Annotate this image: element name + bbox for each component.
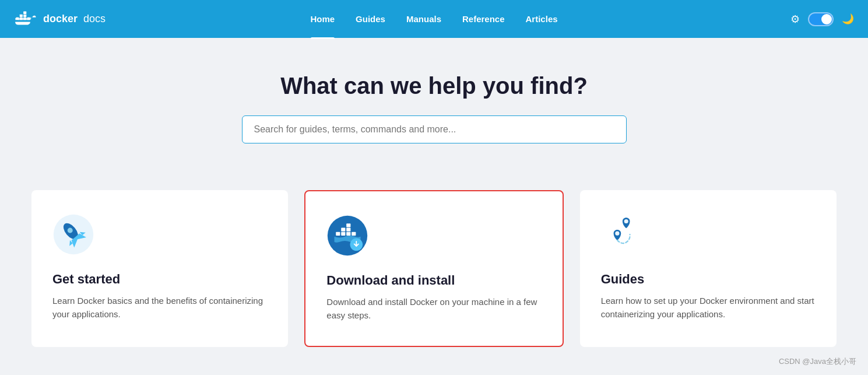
svg-point-19 [624, 219, 628, 223]
svg-rect-6 [23, 11, 26, 13]
download-install-icon [326, 215, 368, 257]
svg-rect-16 [347, 228, 351, 232]
docker-whale-icon [14, 10, 37, 29]
card-get-started[interactable]: Get started Learn Docker basics and the … [31, 190, 288, 347]
watermark: CSDN @Java全栈小哥 [779, 356, 856, 367]
nav-manuals[interactable]: Manuals [406, 12, 441, 26]
svg-rect-4 [20, 14, 23, 16]
svg-rect-17 [347, 223, 351, 227]
navbar-right: ⚙ 🌙 [790, 12, 854, 26]
get-started-icon [52, 213, 94, 255]
svg-rect-12 [342, 232, 346, 236]
svg-rect-11 [336, 232, 340, 236]
nav-articles[interactable]: Articles [526, 12, 558, 26]
brand-logo[interactable]: docker docs [14, 10, 106, 29]
search-input[interactable] [254, 124, 614, 135]
svg-rect-15 [342, 228, 346, 232]
dark-mode-icon[interactable]: 🌙 [842, 13, 854, 25]
nav-guides[interactable]: Guides [356, 12, 385, 26]
nav-reference[interactable]: Reference [462, 12, 505, 26]
svg-rect-13 [347, 232, 351, 236]
main-nav: Home Guides Manuals Reference Articles [310, 12, 557, 26]
svg-rect-14 [352, 232, 356, 236]
svg-point-20 [615, 232, 619, 236]
svg-rect-5 [23, 14, 26, 16]
theme-toggle[interactable] [808, 12, 834, 26]
card-download-desc: Download and install Docker on your mach… [326, 295, 541, 323]
card-guides[interactable]: Guides Learn how to set up your Docker e… [580, 190, 837, 347]
cards-section: Get started Learn Docker basics and the … [0, 173, 868, 375]
hero-section: What can we help you find? [0, 38, 868, 173]
card-guides-title: Guides [601, 272, 816, 287]
guides-icon [601, 213, 643, 255]
nav-home[interactable]: Home [310, 12, 335, 26]
card-guides-desc: Learn how to set up your Docker environm… [601, 294, 816, 321]
brand-text: docker docs [43, 13, 106, 25]
navbar: docker docs Home Guides Manuals Referenc… [0, 0, 868, 38]
card-download-install[interactable]: Download and install Download and instal… [304, 190, 563, 347]
card-download-title: Download and install [326, 273, 541, 288]
hero-title: What can we help you find? [12, 73, 856, 99]
card-get-started-desc: Learn Docker basics and the benefits of … [52, 294, 267, 321]
search-bar [242, 115, 627, 143]
card-get-started-title: Get started [52, 272, 267, 287]
toggle-knob [821, 14, 832, 24]
settings-icon[interactable]: ⚙ [790, 13, 800, 26]
